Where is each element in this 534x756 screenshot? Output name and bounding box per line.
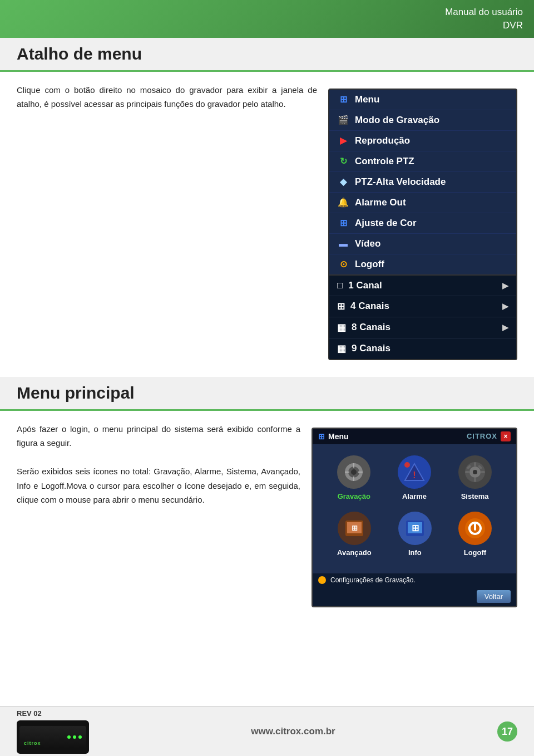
dvr-menu-label-8canais: 8 Canais xyxy=(352,322,390,333)
dvr-menu-item-4canais[interactable]: ⊞ 4 Canais ▶ xyxy=(329,296,516,317)
mm-icons-row2: ⊞ Avançado ⊞ xyxy=(324,512,505,557)
dvr-menu-label-logoff: Logoff xyxy=(355,259,384,270)
avancado-label: Avançado xyxy=(337,548,372,557)
svg-text:!: ! xyxy=(413,470,416,480)
dvr-menu-top: ⊞ Menu 🎬 Modo de Gravação ▶ Reprodução ↻… xyxy=(329,90,516,274)
dvr-menu-item-alarme[interactable]: 🔔 Alarme Out xyxy=(329,193,516,213)
dvr-menu-item-logoff[interactable]: ⊙ Logoff xyxy=(329,254,516,274)
dvr-menu-label-ajuste-cor: Ajuste de Cor xyxy=(355,218,417,229)
canal4-icon: ⊞ xyxy=(337,301,345,312)
section1-content: Clique com o botão direito no mosaico do… xyxy=(0,72,534,371)
section2-title-bar: Menu principal xyxy=(0,377,534,411)
canal9-icon: ▦ xyxy=(337,343,346,355)
logoff-label: Logoff xyxy=(464,548,486,557)
dvr-menu-label-video: Vídeo xyxy=(355,238,380,249)
arrow-icon-1canal: ▶ xyxy=(502,281,508,290)
svg-point-12 xyxy=(473,470,477,474)
dvr-menu-item-9canais[interactable]: ▦ 9 Canais xyxy=(329,338,516,359)
dvr-menu-label-menu: Menu xyxy=(355,94,379,105)
mm-status-dot xyxy=(318,576,326,584)
mm-titlebar-left: ⊞ Menu xyxy=(318,432,349,441)
mm-status-text: Configurações de Gravação. xyxy=(330,576,416,584)
menu-icon: ⊞ xyxy=(337,94,349,106)
mm-footer: Voltar xyxy=(313,587,516,606)
arrow-icon-4canais: ▶ xyxy=(502,302,508,311)
section1-title: Atalho de menu xyxy=(17,45,517,63)
sistema-circle xyxy=(458,455,492,489)
mm-icon-avancado[interactable]: ⊞ Avançado xyxy=(337,512,372,557)
mm-icon-info[interactable]: ⊞ Info xyxy=(398,512,432,557)
dvr-shortcut-menu: ⊞ Menu 🎬 Modo de Gravação ▶ Reprodução ↻… xyxy=(328,89,517,360)
svg-rect-15 xyxy=(465,471,469,473)
dvr-menu-item-gravacao[interactable]: 🎬 Modo de Gravação xyxy=(329,110,516,131)
dvr-menu-label-1canal: 1 Canal xyxy=(348,280,382,291)
section2-title: Menu principal xyxy=(17,384,517,402)
mm-icon-sistema[interactable]: Sistema xyxy=(458,455,492,500)
dvr-menu-item-ptz-alta[interactable]: ◆ PTZ-Alta Velocidade xyxy=(329,172,516,193)
alarme-label: Alarme xyxy=(402,492,427,500)
dvr-menu-item-8canais[interactable]: ▦ 8 Canais ▶ xyxy=(329,317,516,338)
avancado-circle: ⊞ xyxy=(338,512,371,545)
svg-text:⊞: ⊞ xyxy=(351,524,357,532)
reproducao-icon: ▶ xyxy=(337,135,349,147)
dvr-led1 xyxy=(67,735,71,739)
dvr-menu-label-ptz-alta: PTZ-Alta Velocidade xyxy=(355,176,446,188)
dvr-menu-label-4canais: 4 Canais xyxy=(350,301,389,312)
canal1-icon: □ xyxy=(337,280,343,291)
dvr-menu-item-1canal[interactable]: □ 1 Canal ▶ xyxy=(329,276,516,296)
main-menu-screenshot: ⊞ Menu CITROX × xyxy=(312,428,517,607)
dvr-menu-item-menu[interactable]: ⊞ Menu xyxy=(329,90,516,110)
mm-voltar-button[interactable]: Voltar xyxy=(477,590,511,603)
logoff-circle xyxy=(458,512,492,545)
dvr-body: citrox xyxy=(19,726,86,748)
section2-text1: Após fazer o login, o menu principal do … xyxy=(17,422,300,450)
mm-icon-logoff[interactable]: Logoff xyxy=(458,512,492,557)
header-title: Manual do usuário DVR xyxy=(445,6,523,32)
mm-titlebar: ⊞ Menu CITROX × xyxy=(313,429,516,444)
alarme-circle: ! xyxy=(398,455,431,489)
header: Manual do usuário DVR xyxy=(0,0,534,38)
footer-rev-label: REV 02 xyxy=(17,709,89,718)
section1-text: Clique com o botão direito no mosaico do… xyxy=(17,83,317,111)
mm-body: Gravação ! Alarme xyxy=(313,444,516,573)
svg-rect-16 xyxy=(481,471,485,473)
dvr-menu-label-reproducao: Reprodução xyxy=(355,135,410,146)
svg-rect-14 xyxy=(474,478,476,482)
dvr-led3 xyxy=(78,735,82,739)
page-content: Manual do usuário DVR Atalho de menu Cli… xyxy=(0,0,534,674)
dvr-menu-item-ajuste-cor[interactable]: ⊞ Ajuste de Cor xyxy=(329,213,516,234)
section1-title-bar: Atalho de menu xyxy=(0,38,534,72)
page-footer: REV 02 citrox www.citrox.com.br 17 xyxy=(0,706,534,756)
gravacao-label: Gravação xyxy=(338,492,370,500)
svg-point-9 xyxy=(404,462,410,468)
mm-icons-row1: Gravação ! Alarme xyxy=(324,455,505,500)
mm-title-label: Menu xyxy=(328,432,349,441)
footer-left: REV 02 citrox xyxy=(17,709,89,754)
dvr-menu-item-ptz[interactable]: ↻ Controle PTZ xyxy=(329,151,516,172)
logoff-icon: ⊙ xyxy=(337,258,349,271)
section2-content: Após fazer o login, o menu principal do … xyxy=(0,411,534,618)
dvr-menu-label-9canais: 9 Canais xyxy=(352,343,390,354)
svg-point-2 xyxy=(351,469,357,475)
dvr-menu-bottom: □ 1 Canal ▶ ⊞ 4 Canais ▶ ▦ 8 Canais xyxy=(329,276,516,359)
mm-brand-label: CITROX xyxy=(467,432,497,440)
mm-menu-icon: ⊞ xyxy=(318,432,325,441)
svg-rect-13 xyxy=(474,462,476,467)
dvr-menu-item-video[interactable]: ▬ Vídeo xyxy=(329,234,516,254)
mm-status-bar: Configurações de Gravação. xyxy=(313,573,516,587)
footer-website: www.citrox.com.br xyxy=(89,726,497,737)
alarme-icon: 🔔 xyxy=(337,197,349,209)
dvr-brand-label: citrox xyxy=(24,740,41,746)
canal8-icon: ▦ xyxy=(337,322,346,333)
mm-close-button[interactable]: × xyxy=(501,431,511,441)
dvr-menu-label-ptz: Controle PTZ xyxy=(355,156,414,167)
dvr-menu-label-alarme: Alarme Out xyxy=(355,197,406,208)
gravacao-circle xyxy=(337,455,370,489)
mm-icon-gravacao[interactable]: Gravação xyxy=(337,455,370,500)
ptz-alta-icon: ◆ xyxy=(337,176,349,188)
dvr-led2 xyxy=(73,735,76,739)
section2-text2: Serão exibidos seis ícones no total: Gra… xyxy=(17,464,300,507)
dvr-menu-item-reproducao[interactable]: ▶ Reprodução xyxy=(329,131,516,151)
mm-icon-alarme[interactable]: ! Alarme xyxy=(398,455,431,500)
page-number: 17 xyxy=(497,721,517,742)
